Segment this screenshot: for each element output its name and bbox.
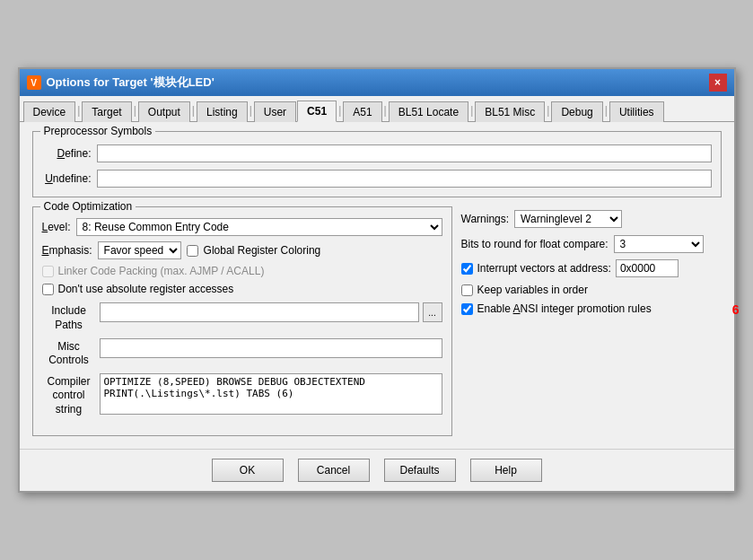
- main-dialog: V Options for Target '模块化LED' × Device |…: [18, 67, 736, 492]
- global-register-label: Global Register Coloring: [204, 244, 321, 257]
- bits-select[interactable]: 12345: [614, 235, 704, 253]
- linker-code-packing-checkbox: [42, 266, 54, 277]
- level-row: Level: 0: Constant Folding1: Dead Code E…: [42, 218, 442, 236]
- tab-c51[interactable]: C51: [297, 101, 337, 122]
- tab-separator-8: |: [546, 104, 550, 117]
- close-button[interactable]: ×: [709, 74, 727, 92]
- tab-separator-7: |: [469, 104, 474, 117]
- include-paths-input[interactable]: [100, 302, 419, 322]
- linker-code-packing-label: Linker Code Packing (max. AJMP / ACALL): [58, 265, 265, 277]
- tab-bl51-locate[interactable]: BL51 Locate: [389, 101, 468, 122]
- emphasis-select[interactable]: Favor speedFavor sizeBalanced: [98, 241, 181, 259]
- emphasis-label: Emphasis:: [42, 244, 92, 257]
- undefine-label: Undefine:: [42, 172, 92, 185]
- content-area: Preprocessor Symbols Define: Undefine: C…: [20, 122, 734, 444]
- level-select[interactable]: 0: Constant Folding1: Dead Code Eliminat…: [76, 218, 442, 236]
- interrupt-vectors-checkbox[interactable]: [461, 263, 473, 275]
- tab-separator-9: |: [604, 104, 609, 117]
- cancel-button[interactable]: Cancel: [298, 459, 370, 482]
- tab-separator-1: |: [76, 104, 81, 117]
- dont-use-abs-reg-label: Don't use absolute register accesses: [58, 283, 234, 295]
- tab-listing[interactable]: Listing: [197, 101, 248, 122]
- preprocessor-group-label: Preprocessor Symbols: [40, 125, 156, 137]
- tab-separator-4: |: [249, 104, 253, 117]
- tab-user[interactable]: User: [254, 101, 296, 122]
- ansi-checkbox[interactable]: [461, 303, 473, 315]
- tab-a51[interactable]: A51: [343, 101, 381, 122]
- interrupt-vectors-input[interactable]: [616, 259, 679, 277]
- tab-separator-6: |: [383, 104, 388, 117]
- include-paths-label: IncludePaths: [42, 302, 96, 332]
- warnings-row: Warnings: Warninglevel 0Warninglevel 1Wa…: [461, 210, 722, 228]
- code-optimization-label: Code Optimization: [40, 200, 136, 213]
- compiler-textarea[interactable]: OPTIMIZE (8,SPEED) BROWSE DEBUG OBJECTEX…: [100, 373, 442, 415]
- misc-controls-row: MiscControls: [42, 338, 442, 368]
- title-bar: V Options for Target '模块化LED' ×: [20, 69, 734, 96]
- dont-use-abs-reg-row: Don't use absolute register accesses: [42, 283, 442, 295]
- dialog-title: Options for Target '模块化LED': [47, 74, 215, 91]
- compiler-label: Compilercontrolstring: [42, 373, 96, 417]
- button-bar: OK Cancel Defaults Help: [20, 449, 734, 491]
- code-optimization-group: Code Optimization Level: 0: Constant Fol…: [32, 206, 452, 435]
- undefine-input[interactable]: [97, 170, 712, 188]
- undefine-row: Undefine:: [42, 170, 712, 188]
- level-label: Level:: [42, 221, 71, 233]
- tab-bl51-misc[interactable]: BL51 Misc: [475, 101, 545, 122]
- global-register-checkbox[interactable]: [187, 245, 198, 257]
- emphasis-row: Emphasis: Favor speedFavor sizeBalanced …: [42, 241, 442, 259]
- code-optimization-panel: Code Optimization Level: 0: Constant Fol…: [32, 206, 452, 435]
- linker-code-packing-row: Linker Code Packing (max. AJMP / ACALL): [42, 265, 442, 277]
- preprocessor-group: Preprocessor Symbols Define: Undefine:: [32, 131, 722, 197]
- bottom-section: Code Optimization Level: 0: Constant Fol…: [32, 206, 722, 435]
- tab-debug[interactable]: Debug: [551, 101, 602, 122]
- tab-separator-5: |: [337, 104, 342, 117]
- warnings-label: Warnings:: [461, 213, 510, 225]
- include-paths-row: IncludePaths ...: [42, 302, 442, 332]
- define-row: Define:: [42, 144, 712, 162]
- interrupt-vectors-row: Interrupt vectors at address:: [461, 259, 722, 277]
- help-button[interactable]: Help: [470, 459, 542, 482]
- ansi-label: Enable ANSI integer promotion rules: [477, 302, 652, 315]
- badge-number: 6: [732, 302, 740, 317]
- ok-button[interactable]: OK: [212, 459, 284, 482]
- interrupt-vectors-label: Interrupt vectors at address:: [477, 262, 611, 275]
- include-browse-button[interactable]: ...: [423, 302, 442, 322]
- keep-variables-label: Keep variables in order: [477, 284, 588, 296]
- ansi-row: Enable ANSI integer promotion rules 6: [461, 302, 722, 315]
- keep-variables-row: Keep variables in order: [461, 284, 722, 296]
- bits-label: Bits to round for float compare:: [461, 238, 609, 250]
- misc-controls-label: MiscControls: [42, 338, 96, 368]
- tab-target[interactable]: Target: [82, 101, 131, 122]
- define-label: Define:: [42, 147, 92, 160]
- compiler-row: Compilercontrolstring OPTIMIZE (8,SPEED)…: [42, 373, 442, 417]
- tab-utilities[interactable]: Utilities: [609, 101, 664, 122]
- tab-device[interactable]: Device: [23, 101, 76, 122]
- warnings-select[interactable]: Warninglevel 0Warninglevel 1Warninglevel…: [514, 210, 622, 228]
- app-icon: V: [27, 75, 41, 90]
- keep-variables-checkbox[interactable]: [461, 284, 473, 296]
- tab-separator-3: |: [191, 104, 196, 117]
- define-input[interactable]: [97, 144, 712, 162]
- defaults-button[interactable]: Defaults: [384, 459, 456, 482]
- tab-bar: Device | Target | Output | Listing | Use…: [20, 96, 734, 122]
- title-bar-left: V Options for Target '模块化LED': [27, 74, 215, 91]
- tab-output[interactable]: Output: [138, 101, 190, 122]
- misc-controls-input[interactable]: [100, 338, 442, 358]
- bits-row: Bits to round for float compare: 12345: [461, 235, 722, 253]
- right-panel: Warnings: Warninglevel 0Warninglevel 1Wa…: [461, 206, 722, 435]
- tab-separator-2: |: [133, 104, 137, 117]
- dont-use-abs-reg-checkbox[interactable]: [42, 284, 54, 295]
